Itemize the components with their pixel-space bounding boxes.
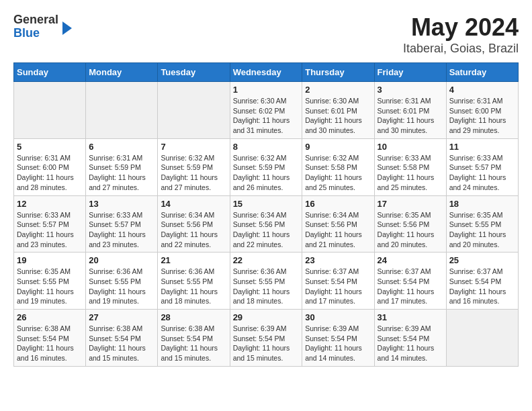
- weekday-header-tuesday: Tuesday: [158, 63, 230, 82]
- day-info: Sunrise: 6:37 AM Sunset: 5:54 PM Dayligh…: [449, 267, 515, 306]
- calendar-cell: [158, 82, 230, 139]
- day-info: Sunrise: 6:39 AM Sunset: 5:54 PM Dayligh…: [305, 324, 371, 363]
- day-info: Sunrise: 6:30 AM Sunset: 6:02 PM Dayligh…: [233, 96, 300, 136]
- day-number: 23: [305, 255, 371, 265]
- day-number: 14: [161, 199, 226, 209]
- weekday-header-friday: Friday: [374, 63, 446, 82]
- calendar-table: SundayMondayTuesdayWednesdayThursdayFrid…: [13, 62, 519, 367]
- day-number: 29: [233, 312, 300, 322]
- calendar-cell: 29Sunrise: 6:39 AM Sunset: 5:54 PM Dayli…: [230, 310, 302, 367]
- day-number: 6: [89, 142, 154, 152]
- day-info: Sunrise: 6:36 AM Sunset: 5:55 PM Dayligh…: [233, 267, 300, 306]
- day-info: Sunrise: 6:34 AM Sunset: 5:56 PM Dayligh…: [233, 210, 300, 250]
- day-info: Sunrise: 6:39 AM Sunset: 5:54 PM Dayligh…: [233, 324, 300, 363]
- page-title: May 2024: [403, 13, 519, 42]
- day-info: Sunrise: 6:38 AM Sunset: 5:54 PM Dayligh…: [89, 324, 154, 363]
- calendar-cell: 1Sunrise: 6:30 AM Sunset: 6:02 PM Daylig…: [230, 82, 302, 139]
- calendar-week-1: 1Sunrise: 6:30 AM Sunset: 6:02 PM Daylig…: [14, 82, 519, 139]
- day-number: 3: [378, 85, 443, 95]
- day-info: Sunrise: 6:33 AM Sunset: 5:58 PM Dayligh…: [378, 153, 443, 193]
- day-info: Sunrise: 6:33 AM Sunset: 5:57 PM Dayligh…: [89, 210, 154, 250]
- day-info: Sunrise: 6:38 AM Sunset: 5:54 PM Dayligh…: [17, 324, 83, 363]
- calendar-cell: 6Sunrise: 6:31 AM Sunset: 5:59 PM Daylig…: [86, 138, 158, 195]
- calendar-cell: [14, 82, 86, 139]
- calendar-cell: 9Sunrise: 6:32 AM Sunset: 5:58 PM Daylig…: [302, 138, 374, 195]
- day-number: 31: [378, 312, 443, 322]
- day-number: 18: [449, 199, 515, 209]
- calendar-week-4: 19Sunrise: 6:35 AM Sunset: 5:55 PM Dayli…: [14, 253, 519, 310]
- day-number: 28: [161, 312, 226, 322]
- weekday-header-saturday: Saturday: [446, 63, 518, 82]
- calendar-cell: 8Sunrise: 6:32 AM Sunset: 5:59 PM Daylig…: [230, 138, 302, 195]
- logo: General Blue: [13, 13, 72, 40]
- calendar-week-2: 5Sunrise: 6:31 AM Sunset: 6:00 PM Daylig…: [14, 138, 519, 195]
- calendar-cell: 5Sunrise: 6:31 AM Sunset: 6:00 PM Daylig…: [14, 138, 86, 195]
- calendar-cell: 25Sunrise: 6:37 AM Sunset: 5:54 PM Dayli…: [446, 253, 518, 310]
- day-number: 22: [233, 255, 300, 265]
- day-info: Sunrise: 6:34 AM Sunset: 5:56 PM Dayligh…: [161, 210, 226, 250]
- day-info: Sunrise: 6:35 AM Sunset: 5:56 PM Dayligh…: [378, 210, 443, 250]
- day-info: Sunrise: 6:33 AM Sunset: 5:57 PM Dayligh…: [17, 210, 83, 250]
- day-number: 30: [305, 312, 371, 322]
- calendar-cell: 23Sunrise: 6:37 AM Sunset: 5:54 PM Dayli…: [302, 253, 374, 310]
- logo-general: General: [13, 13, 58, 26]
- calendar-cell: 3Sunrise: 6:31 AM Sunset: 6:01 PM Daylig…: [374, 82, 446, 139]
- calendar-cell: 2Sunrise: 6:30 AM Sunset: 6:01 PM Daylig…: [302, 82, 374, 139]
- day-info: Sunrise: 6:36 AM Sunset: 5:55 PM Dayligh…: [89, 267, 154, 306]
- day-info: Sunrise: 6:32 AM Sunset: 5:59 PM Dayligh…: [233, 153, 300, 193]
- day-info: Sunrise: 6:32 AM Sunset: 5:59 PM Dayligh…: [161, 153, 226, 193]
- day-number: 12: [17, 199, 83, 209]
- weekday-header-monday: Monday: [86, 63, 158, 82]
- calendar-header: SundayMondayTuesdayWednesdayThursdayFrid…: [14, 63, 519, 82]
- logo-text: General Blue: [13, 13, 58, 40]
- day-info: Sunrise: 6:30 AM Sunset: 6:01 PM Dayligh…: [305, 96, 371, 136]
- calendar-cell: 7Sunrise: 6:32 AM Sunset: 5:59 PM Daylig…: [158, 138, 230, 195]
- weekday-header-row: SundayMondayTuesdayWednesdayThursdayFrid…: [14, 63, 519, 82]
- day-info: Sunrise: 6:35 AM Sunset: 5:55 PM Dayligh…: [449, 210, 515, 250]
- day-number: 15: [233, 199, 300, 209]
- logo-blue: Blue: [13, 26, 40, 40]
- calendar-cell: 26Sunrise: 6:38 AM Sunset: 5:54 PM Dayli…: [14, 310, 86, 367]
- day-number: 4: [449, 85, 515, 95]
- day-number: 24: [378, 255, 443, 265]
- weekday-header-sunday: Sunday: [14, 63, 86, 82]
- title-block: May 2024 Itaberai, Goias, Brazil: [403, 13, 519, 56]
- calendar-cell: 28Sunrise: 6:38 AM Sunset: 5:54 PM Dayli…: [158, 310, 230, 367]
- day-info: Sunrise: 6:31 AM Sunset: 5:59 PM Dayligh…: [89, 153, 154, 193]
- day-info: Sunrise: 6:36 AM Sunset: 5:55 PM Dayligh…: [161, 267, 226, 306]
- calendar-cell: 4Sunrise: 6:31 AM Sunset: 6:00 PM Daylig…: [446, 82, 518, 139]
- calendar-week-3: 12Sunrise: 6:33 AM Sunset: 5:57 PM Dayli…: [14, 195, 519, 253]
- calendar-body: 1Sunrise: 6:30 AM Sunset: 6:02 PM Daylig…: [14, 82, 519, 367]
- day-info: Sunrise: 6:32 AM Sunset: 5:58 PM Dayligh…: [305, 153, 371, 193]
- calendar-week-5: 26Sunrise: 6:38 AM Sunset: 5:54 PM Dayli…: [14, 310, 519, 367]
- calendar-cell: 21Sunrise: 6:36 AM Sunset: 5:55 PM Dayli…: [158, 253, 230, 310]
- day-number: 26: [17, 312, 83, 322]
- calendar-cell: 16Sunrise: 6:34 AM Sunset: 5:56 PM Dayli…: [302, 195, 374, 253]
- calendar-cell: 24Sunrise: 6:37 AM Sunset: 5:54 PM Dayli…: [374, 253, 446, 310]
- day-number: 16: [305, 199, 371, 209]
- day-number: 7: [161, 142, 226, 152]
- day-number: 1: [233, 85, 300, 95]
- calendar-cell: 13Sunrise: 6:33 AM Sunset: 5:57 PM Dayli…: [86, 195, 158, 253]
- logo-arrow-icon: [62, 21, 72, 35]
- day-number: 8: [233, 142, 300, 152]
- calendar-cell: 22Sunrise: 6:36 AM Sunset: 5:55 PM Dayli…: [230, 253, 302, 310]
- day-info: Sunrise: 6:37 AM Sunset: 5:54 PM Dayligh…: [305, 267, 371, 306]
- day-info: Sunrise: 6:38 AM Sunset: 5:54 PM Dayligh…: [161, 324, 226, 363]
- calendar-cell: [446, 310, 518, 367]
- calendar-cell: 14Sunrise: 6:34 AM Sunset: 5:56 PM Dayli…: [158, 195, 230, 253]
- day-info: Sunrise: 6:33 AM Sunset: 5:57 PM Dayligh…: [449, 153, 515, 193]
- day-number: 17: [378, 199, 443, 209]
- day-number: 21: [161, 255, 226, 265]
- page-header: General Blue May 2024 Itaberai, Goias, B…: [13, 13, 519, 56]
- calendar-cell: 20Sunrise: 6:36 AM Sunset: 5:55 PM Dayli…: [86, 253, 158, 310]
- calendar-cell: 31Sunrise: 6:39 AM Sunset: 5:54 PM Dayli…: [374, 310, 446, 367]
- page-subtitle: Itaberai, Goias, Brazil: [403, 42, 519, 56]
- calendar-cell: [86, 82, 158, 139]
- calendar-cell: 18Sunrise: 6:35 AM Sunset: 5:55 PM Dayli…: [446, 195, 518, 253]
- day-info: Sunrise: 6:35 AM Sunset: 5:55 PM Dayligh…: [17, 267, 83, 306]
- day-number: 20: [89, 255, 154, 265]
- day-number: 10: [378, 142, 443, 152]
- calendar-cell: 11Sunrise: 6:33 AM Sunset: 5:57 PM Dayli…: [446, 138, 518, 195]
- day-number: 5: [17, 142, 83, 152]
